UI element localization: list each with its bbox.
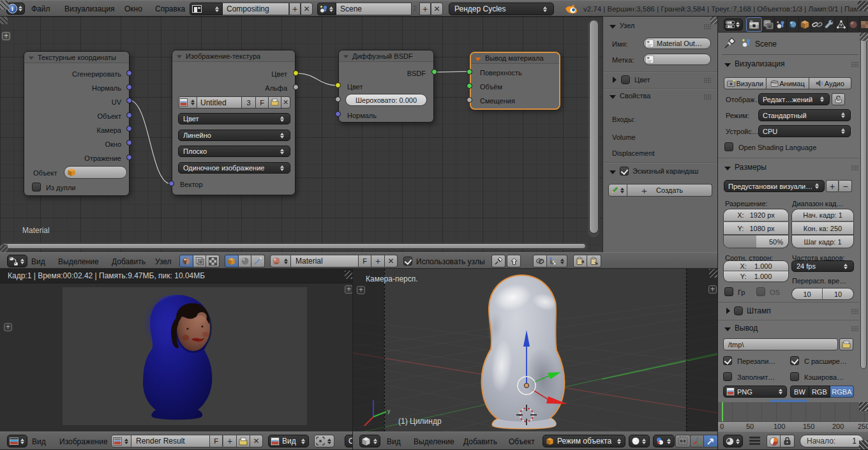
svg-text:y: y [387,408,391,414]
